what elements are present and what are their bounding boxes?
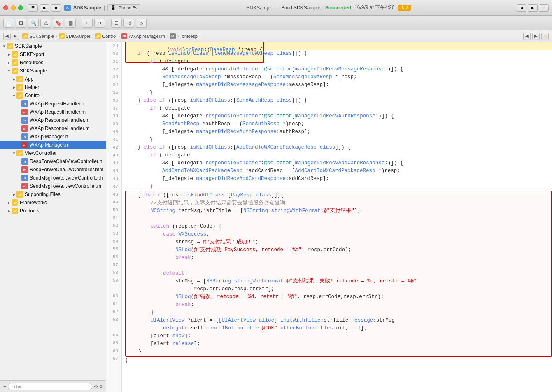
- icon-wxrequest-h: h: [21, 100, 28, 107]
- breadcrumb-method[interactable]: -onResp:: [180, 34, 199, 39]
- sidebar-item-viewcontroller[interactable]: 📁 ViewController: [0, 149, 106, 157]
- sidebar-item-sendmsg-h[interactable]: h SendMsgToWe...ViewController.h: [0, 174, 106, 182]
- ln-42: 42: [106, 144, 118, 152]
- code-line-59: strMsg = [NSString stringWithFormat:@"支付…: [126, 278, 551, 285]
- prev-issue-button[interactable]: ◀: [517, 4, 526, 12]
- sidebar-item-wxmanager-h[interactable]: h WXApiManager.h: [0, 133, 106, 141]
- sidebar-label-resp-mm: RespForWeCha...wController.mm: [30, 167, 103, 173]
- sidebar-item-products[interactable]: 📁 Products: [0, 207, 106, 215]
- add-file-icon[interactable]: +: [3, 384, 6, 390]
- device-selector[interactable]: 📱 iPhone 5s: [107, 4, 140, 11]
- sidebar-label-sendmsg-h: SendMsgToWe...ViewController.h: [30, 175, 103, 181]
- breadcrumb-sdksample[interactable]: 📁 SDKSample: [22, 33, 54, 39]
- bc-item1: SDKSample: [29, 34, 54, 39]
- breadcrumb-control[interactable]: 📁 Control: [95, 33, 116, 39]
- ln-54: 54: [106, 238, 118, 245]
- ln-33: 33: [106, 73, 118, 81]
- breadcrumb-forward[interactable]: ▶: [12, 33, 19, 40]
- code-editor: 29 30 31 32 33 34 35 36 37 38 39 40 41 4…: [106, 42, 552, 392]
- code-line-44: && [_delegate respondsToSelector:@select…: [125, 159, 552, 167]
- sidebar-item-control[interactable]: 📁 Control: [0, 91, 106, 100]
- warning-button[interactable]: ⚠: [40, 19, 51, 28]
- line-numbers: 29 30 31 32 33 34 35 36 37 38 39 40 41 4…: [106, 42, 122, 392]
- warning-badge[interactable]: ⚠ 7: [398, 5, 410, 11]
- breadcrumb-class[interactable]: M: [170, 33, 176, 39]
- code-line-66: }: [126, 348, 551, 356]
- ln-46: 46: [106, 175, 118, 183]
- breadcrumb-warning[interactable]: ⚠: [541, 33, 549, 40]
- titlebar-center: SDKSample | Build SDKSample: Succeeded 1…: [140, 4, 517, 11]
- run-button[interactable]: ▶: [40, 4, 49, 12]
- ln-50: 50: [106, 206, 118, 214]
- code-line-36: } else if ([resp isKindOfClass:[SendAuth…: [125, 97, 552, 105]
- new-file-button[interactable]: 📄: [3, 19, 14, 28]
- ln-44: 44: [106, 159, 118, 167]
- maximize-button[interactable]: [18, 5, 23, 10]
- sidebar-label-sendmsg-m: SendMsgToWe...iewController.m: [30, 183, 101, 189]
- triangle-helper: [12, 85, 16, 90]
- views-button[interactable]: ▤: [65, 19, 76, 28]
- bc-item2: SDKSample: [66, 34, 91, 39]
- code-line-62: }: [126, 309, 551, 317]
- build-time: 16/9/9 at 下午4:26: [354, 4, 394, 11]
- sidebar-item-supporting[interactable]: 📁 Supporting Files: [0, 190, 106, 198]
- warning-indicator[interactable]: ⚠: [539, 4, 549, 12]
- nav-next[interactable]: ▷: [136, 19, 147, 28]
- sidebar-item-respforwechat-h[interactable]: h RespForWeChatViewController.h: [0, 157, 106, 166]
- sidebar-toggle-button[interactable]: ☰: [28, 4, 38, 12]
- sidebar-item-sendmsg-m[interactable]: m SendMsgToWe...iewController.m: [0, 182, 106, 190]
- next-issue-button[interactable]: ▶: [528, 4, 538, 12]
- sidebar-item-sdkexport[interactable]: 📁 SDKExport: [0, 50, 106, 58]
- nav-prev[interactable]: ◁: [123, 19, 134, 28]
- hierarchy-icon[interactable]: ≡: [100, 384, 102, 390]
- folder-icon3: 📁: [95, 33, 101, 39]
- sidebar-item-wxresponse-m[interactable]: m WXApiResponseHandler.m: [0, 124, 106, 133]
- code-line-55: NSLog(@"支付成功-PaySuccess, retcode = %d", …: [126, 246, 551, 254]
- sidebar-item-frameworks[interactable]: 📁 Frameworks: [0, 198, 106, 207]
- sidebar-item-app[interactable]: 📁 App: [0, 75, 106, 83]
- breadcrumb-right-back[interactable]: ◀: [523, 33, 531, 40]
- forward-button[interactable]: ↪: [94, 19, 105, 28]
- ln-53: 53: [106, 230, 118, 238]
- ln-31: 31: [106, 58, 118, 65]
- sidebar-item-wxresponse-h[interactable]: h WXApiResponseHandler.h: [0, 116, 106, 124]
- ln-36: 36: [106, 97, 118, 105]
- layout-buttons: ⊡ ◁ ▷: [111, 19, 147, 28]
- breadcrumb-back[interactable]: ◀: [3, 33, 11, 40]
- close-button[interactable]: [3, 5, 8, 10]
- main-area: 📁 SDKSample 📁 SDKExport 📁 Resources 📁 SD…: [0, 42, 552, 392]
- stop-button[interactable]: ■: [51, 4, 61, 12]
- sidebar-item-wxrequest-m[interactable]: m WXApiRequestHandler.m: [0, 108, 106, 116]
- sidebar-item-sdksample-root[interactable]: 📁 SDKSample: [0, 42, 106, 50]
- code-line-63-cont: delegate:self cancelButtonTitle:@"OK" ot…: [126, 324, 551, 332]
- triangle-app: [12, 77, 16, 82]
- titlebar-right: ◀ ▶ ⚠: [517, 4, 549, 12]
- ln-61: 61: [106, 300, 118, 308]
- breadcrumb-sdksample2[interactable]: 📁 SDKSample: [59, 33, 91, 39]
- folder-icon-sdkexport: 📁: [12, 51, 18, 58]
- back-button[interactable]: ↩: [82, 19, 93, 28]
- sidebar-item-wxrequest-h[interactable]: h WXApiRequestHandler.h: [0, 100, 106, 108]
- sidebar-item-wxmanager-m[interactable]: m WXApiManager.m: [0, 141, 106, 149]
- folder-icon-resources: 📁: [12, 59, 18, 66]
- sidebar-item-resources[interactable]: 📁 Resources: [0, 58, 106, 67]
- grid-button[interactable]: ⊞: [16, 19, 26, 28]
- sidebar-item-helper[interactable]: 📁 Helper: [0, 83, 106, 91]
- layout-btn1[interactable]: ⊡: [111, 19, 122, 28]
- bookmark-button[interactable]: 🔖: [53, 19, 63, 28]
- code-content[interactable]: 29 30 31 32 33 34 35 36 37 38 39 40 41 4…: [106, 42, 552, 392]
- toolbar-sep2: [108, 19, 108, 27]
- minimize-button[interactable]: [11, 5, 16, 10]
- ln-59c: [106, 285, 118, 292]
- sidebar-item-resp-mm[interactable]: m RespForWeCha...wController.mm: [0, 166, 106, 174]
- breadcrumb-right-fwd[interactable]: ▶: [532, 33, 540, 40]
- search-button[interactable]: 🔍: [28, 19, 39, 28]
- triangle-products: [7, 208, 12, 213]
- filter-options-icon[interactable]: ⊙: [94, 384, 98, 390]
- triangle-viewcontroller: [12, 151, 16, 156]
- sidebar-label-resp-h: RespForWeChatViewController.h: [30, 159, 102, 164]
- breadcrumb-file[interactable]: m WXApiManager.m: [121, 33, 165, 39]
- ln-52: 52: [106, 222, 118, 230]
- sidebar-item-sdksample-sub[interactable]: 📁 SDKSample: [0, 67, 106, 75]
- filter-input[interactable]: [8, 383, 92, 390]
